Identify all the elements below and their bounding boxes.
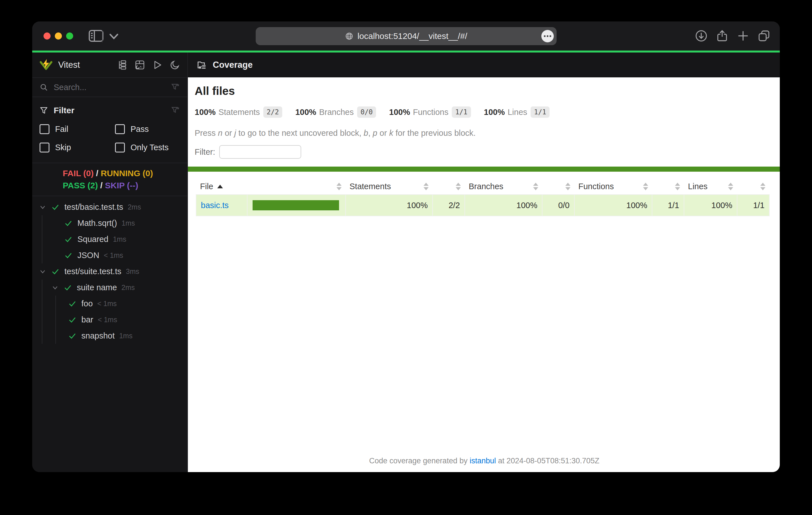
report-footer: Code coverage generated by istanbul at 2…	[188, 457, 780, 465]
sort-icon[interactable]	[456, 183, 461, 190]
test-row[interactable]: foo < 1ms	[56, 296, 187, 312]
test-duration: < 1ms	[97, 300, 117, 308]
column-branches[interactable]: Branches	[465, 178, 542, 194]
test-file-row[interactable]: test/basic.test.ts 2ms	[32, 199, 187, 215]
column-functions[interactable]: Functions	[574, 178, 652, 194]
coverage-bar	[253, 200, 339, 210]
stat-fraction-badge: 1/1	[452, 107, 471, 118]
filter-title: Filter	[54, 105, 74, 115]
search-icon	[39, 83, 48, 91]
pass-check-icon	[68, 300, 76, 308]
test-run-summary: FAIL (0) / RUNNING (0) PASS (2) / SKIP (…	[32, 163, 187, 196]
toolbar-divider	[102, 30, 103, 42]
pass-check-icon	[68, 332, 76, 340]
column-file[interactable]: File	[196, 178, 247, 194]
stat-lines: 100% Lines 1/1	[484, 107, 550, 118]
table-row: basic.ts 100% 2/2 100% 0/0 100% 1/	[196, 194, 769, 216]
coverage-header-title: Coverage	[213, 60, 253, 70]
address-bar[interactable]: localhost:51204/__vitest__/#/	[256, 27, 557, 45]
page-accent-line	[32, 51, 780, 53]
column-lines[interactable]: Lines	[684, 178, 737, 194]
dashboard-icon[interactable]	[135, 60, 145, 70]
test-row[interactable]: snapshot 1ms	[56, 328, 187, 344]
sort-icon[interactable]	[533, 183, 538, 190]
pass-check-icon	[64, 236, 72, 243]
pass-check-icon	[64, 251, 72, 260]
chevron-down-icon[interactable]	[39, 204, 46, 211]
test-file-row[interactable]: test/suite.test.ts 3ms	[32, 264, 187, 279]
file-link[interactable]: basic.ts	[201, 201, 229, 210]
clear-search-filter-icon[interactable]	[171, 83, 180, 92]
checkbox-skip[interactable]: Skip	[39, 143, 115, 152]
coverage-report-icon	[196, 60, 206, 70]
checkbox-pass[interactable]: Pass	[115, 124, 180, 134]
sort-icon[interactable]	[675, 183, 680, 190]
close-window-button[interactable]	[44, 32, 51, 39]
chevron-down-icon[interactable]	[109, 33, 119, 39]
pass-check-icon	[51, 268, 59, 276]
chevron-down-icon[interactable]	[39, 268, 46, 275]
coverage-filter-input[interactable]	[219, 145, 301, 159]
minimize-window-button[interactable]	[55, 32, 62, 39]
test-row[interactable]: Squared 1ms	[42, 231, 187, 247]
page-settings-button[interactable]	[541, 30, 554, 42]
branches-pct-cell: 100%	[465, 194, 542, 216]
sort-icon[interactable]	[643, 183, 648, 190]
checkbox-pass-box[interactable]	[115, 124, 125, 134]
sort-icon[interactable]	[728, 183, 733, 190]
checkbox-only-tests[interactable]: Only Tests	[115, 143, 180, 152]
test-duration: 3ms	[126, 267, 139, 276]
pass-count: PASS (2)	[63, 181, 98, 190]
pass-check-icon	[64, 284, 72, 292]
checkbox-skip-box[interactable]	[39, 143, 50, 152]
keyboard-hint: Press n or j to go to the next uncovered…	[195, 128, 769, 138]
run-all-icon[interactable]	[152, 60, 163, 70]
test-row[interactable]: JSON < 1ms	[42, 247, 187, 264]
pass-check-icon	[64, 219, 72, 227]
zoom-window-button[interactable]	[66, 32, 73, 39]
stat-fraction-badge: 1/1	[530, 107, 550, 118]
sort-icon[interactable]	[424, 183, 429, 190]
dark-mode-icon[interactable]	[170, 60, 180, 70]
suite-row[interactable]: suite name 2ms	[42, 279, 187, 296]
checkbox-fail[interactable]: Fail	[39, 124, 115, 134]
tree-view-icon[interactable]	[117, 60, 127, 70]
tab-overview-icon[interactable]	[757, 29, 771, 42]
new-tab-icon[interactable]	[736, 29, 750, 42]
file-cell: basic.ts	[196, 194, 247, 216]
globe-icon	[345, 32, 353, 40]
sort-icon[interactable]	[760, 183, 765, 190]
coverage-table: File Statements	[196, 178, 770, 216]
downloads-icon[interactable]	[695, 29, 708, 42]
stat-branches: 100% Branches 0/0	[295, 107, 376, 118]
search-input[interactable]	[53, 83, 166, 92]
fail-count: FAIL (0)	[63, 169, 93, 178]
stat-statements: 100% Statements 2/2	[195, 107, 282, 118]
pass-check-icon	[51, 203, 59, 211]
sort-icon[interactable]	[566, 183, 571, 190]
coverage-status-line	[188, 166, 780, 172]
clear-filters-icon[interactable]	[171, 106, 180, 115]
share-icon[interactable]	[716, 29, 729, 42]
checkbox-only-tests-box[interactable]	[115, 143, 125, 152]
test-duration: < 1ms	[104, 251, 123, 260]
column-statements[interactable]: Statements	[346, 178, 433, 194]
address-bar-url: localhost:51204/__vitest__/#/	[357, 31, 467, 41]
traffic-lights	[44, 32, 73, 39]
test-duration: < 1ms	[98, 316, 117, 324]
vitest-logo	[39, 59, 53, 71]
chevron-down-icon[interactable]	[51, 284, 59, 292]
vitest-sidebar: Vitest	[32, 53, 188, 472]
test-row[interactable]: bar < 1ms	[56, 312, 187, 328]
statements-frac-cell: 2/2	[433, 194, 465, 216]
test-duration: 1ms	[121, 219, 135, 227]
sort-icon[interactable]	[337, 183, 342, 190]
istanbul-link[interactable]: istanbul	[470, 457, 496, 465]
stat-fraction-badge: 0/0	[357, 107, 376, 118]
stat-functions: 100% Functions 1/1	[389, 107, 471, 118]
functions-frac-cell: 1/1	[652, 194, 684, 216]
checkbox-fail-box[interactable]	[39, 124, 50, 134]
sidebar-toggle-icon[interactable]	[88, 28, 104, 43]
test-row[interactable]: Math.sqrt() 1ms	[42, 215, 187, 231]
page-title: All files	[195, 85, 769, 97]
